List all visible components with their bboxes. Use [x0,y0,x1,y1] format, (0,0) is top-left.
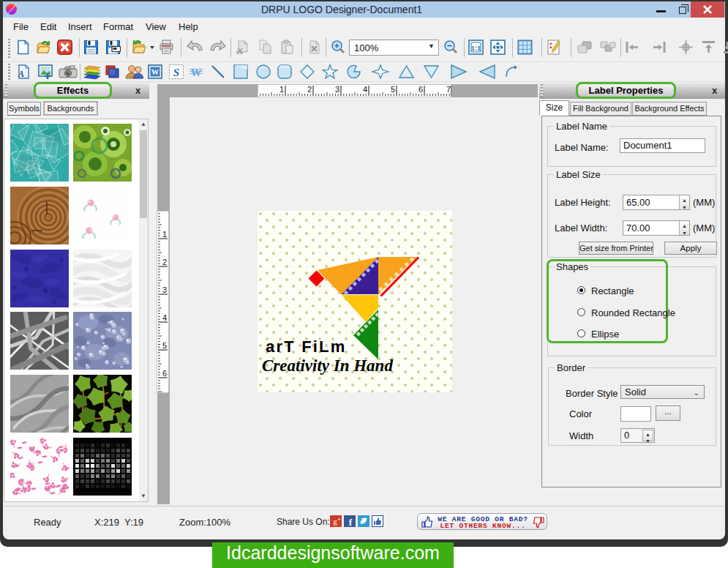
svg-text:Creativity In Hand: Creativity In Hand [262,356,393,375]
svg-text:5: 5 [162,341,167,350]
svg-text:W: W [151,68,160,76]
svg-text:4: 4 [162,313,167,322]
svg-text:6: 6 [162,369,167,378]
svg-text:5: 5 [391,85,395,94]
svg-text:2: 2 [307,85,312,94]
svg-text:1: 1 [279,85,284,94]
svg-text:g: g [333,517,337,526]
svg-text:W: W [191,67,202,78]
svg-text:6: 6 [419,85,423,94]
svg-text:3: 3 [162,285,167,294]
svg-text:A: A [18,69,24,79]
svg-text:f: f [349,517,353,527]
svg-text:3: 3 [335,85,339,94]
svg-text:S: S [173,67,179,78]
svg-text:1:1: 1:1 [471,44,481,52]
svg-text:7: 7 [446,85,451,94]
svg-text:+: + [337,517,340,522]
svg-text:1: 1 [162,230,167,239]
svg-text:arT FiLm: arT FiLm [266,337,347,356]
svg-text:4: 4 [363,85,367,94]
svg-text:2: 2 [162,258,167,266]
